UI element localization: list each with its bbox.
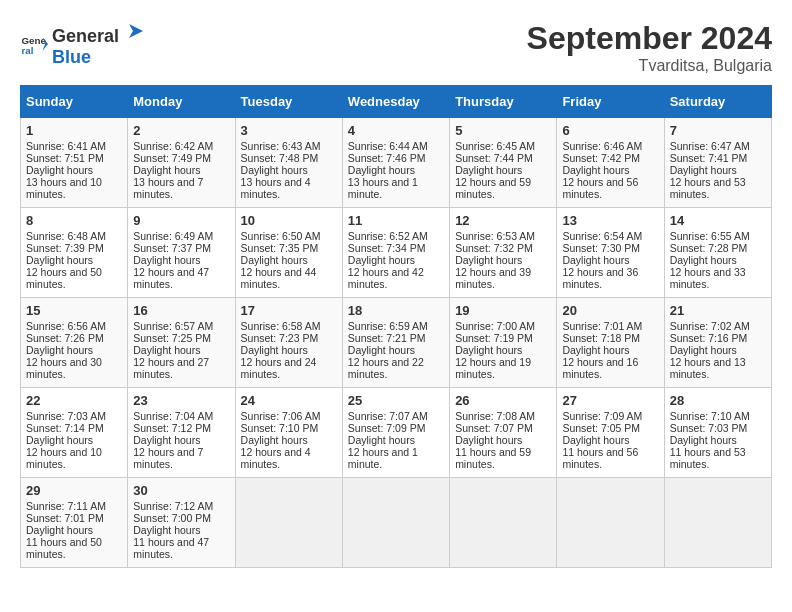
daylight-label: Daylight hours (26, 254, 93, 266)
daylight-value: 12 hours and 24 minutes. (241, 356, 317, 380)
daylight-label: Daylight hours (670, 434, 737, 446)
sunrise-label: Sunrise: 6:46 AM (562, 140, 642, 152)
calendar-cell: 23 Sunrise: 7:04 AM Sunset: 7:12 PM Dayl… (128, 388, 235, 478)
daylight-value: 11 hours and 59 minutes. (455, 446, 531, 470)
calendar-cell: 6 Sunrise: 6:46 AM Sunset: 7:42 PM Dayli… (557, 118, 664, 208)
daylight-label: Daylight hours (241, 164, 308, 176)
day-number: 26 (455, 393, 551, 408)
logo-text-general: General (52, 26, 119, 47)
calendar-cell: 11 Sunrise: 6:52 AM Sunset: 7:34 PM Dayl… (342, 208, 449, 298)
day-number: 11 (348, 213, 444, 228)
sunrise-label: Sunrise: 6:50 AM (241, 230, 321, 242)
daylight-label: Daylight hours (26, 164, 93, 176)
sunrise-label: Sunrise: 7:01 AM (562, 320, 642, 332)
svg-text:ral: ral (21, 45, 33, 56)
daylight-value: 12 hours and 13 minutes. (670, 356, 746, 380)
day-number: 15 (26, 303, 122, 318)
sunset-label: Sunset: 7:42 PM (562, 152, 640, 164)
day-number: 16 (133, 303, 229, 318)
calendar-cell (450, 478, 557, 568)
daylight-value: 12 hours and 33 minutes. (670, 266, 746, 290)
daylight-label: Daylight hours (348, 254, 415, 266)
daylight-label: Daylight hours (455, 434, 522, 446)
daylight-label: Daylight hours (241, 254, 308, 266)
daylight-label: Daylight hours (455, 254, 522, 266)
daylight-label: Daylight hours (562, 434, 629, 446)
daylight-label: Daylight hours (133, 164, 200, 176)
daylight-value: 11 hours and 50 minutes. (26, 536, 102, 560)
sunrise-label: Sunrise: 7:03 AM (26, 410, 106, 422)
daylight-value: 11 hours and 47 minutes. (133, 536, 209, 560)
calendar-cell: 30 Sunrise: 7:12 AM Sunset: 7:00 PM Dayl… (128, 478, 235, 568)
sunrise-label: Sunrise: 6:57 AM (133, 320, 213, 332)
day-number: 9 (133, 213, 229, 228)
daylight-label: Daylight hours (455, 164, 522, 176)
daylight-label: Daylight hours (26, 434, 93, 446)
daylight-value: 12 hours and 39 minutes. (455, 266, 531, 290)
calendar-cell: 9 Sunrise: 6:49 AM Sunset: 7:37 PM Dayli… (128, 208, 235, 298)
calendar-cell: 24 Sunrise: 7:06 AM Sunset: 7:10 PM Dayl… (235, 388, 342, 478)
logo-text-blue: Blue (52, 47, 91, 67)
calendar-cell: 19 Sunrise: 7:00 AM Sunset: 7:19 PM Dayl… (450, 298, 557, 388)
title-area: September 2024 Tvarditsa, Bulgaria (527, 20, 772, 75)
day-number: 21 (670, 303, 766, 318)
daylight-label: Daylight hours (455, 344, 522, 356)
daylight-value: 12 hours and 4 minutes. (241, 446, 311, 470)
daylight-label: Daylight hours (348, 344, 415, 356)
daylight-label: Daylight hours (562, 164, 629, 176)
daylight-label: Daylight hours (348, 164, 415, 176)
daylight-value: 13 hours and 4 minutes. (241, 176, 311, 200)
calendar-cell (557, 478, 664, 568)
col-wednesday: Wednesday (342, 86, 449, 118)
daylight-label: Daylight hours (26, 524, 93, 536)
sunset-label: Sunset: 7:07 PM (455, 422, 533, 434)
calendar-cell: 16 Sunrise: 6:57 AM Sunset: 7:25 PM Dayl… (128, 298, 235, 388)
sunrise-label: Sunrise: 7:09 AM (562, 410, 642, 422)
calendar-cell: 26 Sunrise: 7:08 AM Sunset: 7:07 PM Dayl… (450, 388, 557, 478)
daylight-value: 12 hours and 27 minutes. (133, 356, 209, 380)
calendar-cell: 4 Sunrise: 6:44 AM Sunset: 7:46 PM Dayli… (342, 118, 449, 208)
calendar-cell: 15 Sunrise: 6:56 AM Sunset: 7:26 PM Dayl… (21, 298, 128, 388)
sunrise-label: Sunrise: 6:43 AM (241, 140, 321, 152)
daylight-label: Daylight hours (241, 434, 308, 446)
day-number: 24 (241, 393, 337, 408)
sunset-label: Sunset: 7:01 PM (26, 512, 104, 524)
daylight-label: Daylight hours (670, 164, 737, 176)
sunset-label: Sunset: 7:25 PM (133, 332, 211, 344)
day-number: 18 (348, 303, 444, 318)
logo-arrow-icon (125, 20, 147, 42)
daylight-label: Daylight hours (133, 344, 200, 356)
calendar-cell (342, 478, 449, 568)
col-tuesday: Tuesday (235, 86, 342, 118)
sunset-label: Sunset: 7:19 PM (455, 332, 533, 344)
calendar-cell: 3 Sunrise: 6:43 AM Sunset: 7:48 PM Dayli… (235, 118, 342, 208)
calendar-cell (664, 478, 771, 568)
logo-icon: Gene ral (20, 30, 48, 58)
calendar-header-row: Sunday Monday Tuesday Wednesday Thursday… (21, 86, 772, 118)
sunrise-label: Sunrise: 6:45 AM (455, 140, 535, 152)
day-number: 13 (562, 213, 658, 228)
sunrise-label: Sunrise: 6:41 AM (26, 140, 106, 152)
day-number: 6 (562, 123, 658, 138)
daylight-value: 12 hours and 44 minutes. (241, 266, 317, 290)
sunrise-label: Sunrise: 6:58 AM (241, 320, 321, 332)
sunset-label: Sunset: 7:46 PM (348, 152, 426, 164)
sunrise-label: Sunrise: 6:42 AM (133, 140, 213, 152)
sunset-label: Sunset: 7:37 PM (133, 242, 211, 254)
sunset-label: Sunset: 7:00 PM (133, 512, 211, 524)
day-number: 27 (562, 393, 658, 408)
sunrise-label: Sunrise: 6:55 AM (670, 230, 750, 242)
daylight-value: 12 hours and 42 minutes. (348, 266, 424, 290)
daylight-value: 12 hours and 1 minute. (348, 446, 418, 470)
day-number: 22 (26, 393, 122, 408)
sunrise-label: Sunrise: 7:07 AM (348, 410, 428, 422)
daylight-value: 13 hours and 1 minute. (348, 176, 418, 200)
daylight-label: Daylight hours (133, 254, 200, 266)
month-title: September 2024 (527, 20, 772, 57)
calendar-cell: 14 Sunrise: 6:55 AM Sunset: 7:28 PM Dayl… (664, 208, 771, 298)
daylight-label: Daylight hours (241, 344, 308, 356)
sunrise-label: Sunrise: 6:59 AM (348, 320, 428, 332)
page-header: Gene ral General Blue September 2024 Tva… (20, 20, 772, 75)
daylight-value: 12 hours and 16 minutes. (562, 356, 638, 380)
daylight-label: Daylight hours (26, 344, 93, 356)
